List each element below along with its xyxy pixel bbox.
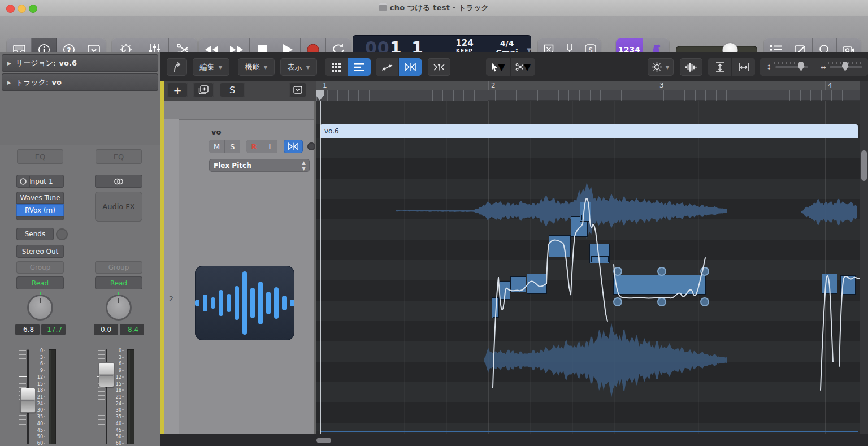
bar-line [657,81,657,90]
stereo-icon [114,178,124,185]
volume-fader-thumb[interactable] [99,362,114,387]
playhead-handle[interactable] [316,90,324,101]
automation-icon [381,63,393,71]
audio-fx-slot[interactable]: Audio FX [95,192,142,222]
vertical-auto-zoom-button[interactable] [708,58,732,76]
edit-menu[interactable]: 編集▼ [193,58,229,76]
volume-fader-thumb[interactable] [20,388,36,413]
command-tool-menu[interactable]: ▼ [511,58,535,76]
automation-mode-slot[interactable]: Read [95,276,142,289]
meter-scale-value: 9 [40,368,45,373]
zoom-slider-thumb[interactable] [842,62,849,71]
insert-slot-waves-tune[interactable]: Waves Tune [16,192,64,204]
chevron-down-icon: ▼ [264,64,268,70]
eq-slot[interactable]: EQ [17,149,63,164]
track-mute-button[interactable]: M [209,140,225,153]
pitch-curve[interactable] [546,198,607,321]
track-flex-button[interactable] [284,140,303,153]
duplicate-track-icon [198,85,209,94]
scissors-small-icon [515,63,524,71]
pitch-curve[interactable] [614,258,705,298]
meter-scale-value: 35 [37,414,45,419]
tool-menus: ▼ ▼ [486,58,535,76]
format-slot[interactable] [95,175,142,188]
track-solo-button[interactable]: S [225,140,240,153]
region-inspector-header[interactable]: ▶ リージョン:vo.6 [2,54,158,72]
zoom-slider-thumb[interactable] [798,62,805,71]
vertical-zoom-slider[interactable]: ↕ [760,58,814,76]
control-bar: ? [0,16,868,53]
master-solo-button[interactable]: S [220,83,245,97]
meter-scale-value: 60 [116,441,124,446]
meter-scale-value: 0 [119,348,124,353]
vertical-scrollbar[interactable] [860,81,868,434]
track-input-monitor-button[interactable]: I [262,140,277,153]
pitch-curve[interactable] [821,276,833,390]
pan-knob[interactable] [27,295,53,321]
region-bottom-edge [320,431,858,432]
chevron-down-icon: ▼ [306,64,310,70]
zoom-slider-track[interactable] [830,66,862,68]
peak-value[interactable]: -8.4 [120,324,144,335]
leftright-arrow-icon: ↔ [820,63,826,71]
waveform-bar [274,287,279,319]
grid-icon [332,63,341,72]
eq-slot[interactable]: EQ [96,149,142,164]
waveform-zoom-button[interactable] [680,58,702,76]
flex-mode-select[interactable]: Flex Pitch▲▼ [209,159,310,172]
group-slot[interactable]: Group [16,261,64,274]
marker-lane[interactable]: マーカー1 [316,90,860,101]
document-icon [379,3,387,11]
audio-track-icon[interactable] [195,266,294,340]
vertical-scrollbar-thumb[interactable] [861,150,867,181]
track-record-button[interactable]: R [246,140,262,153]
flex-button[interactable] [399,58,422,76]
add-track-button[interactable]: + [167,83,188,97]
pitch-curve[interactable] [493,277,546,388]
horizontal-scrollbar[interactable] [160,434,868,446]
disclosure-triangle-icon[interactable]: ▶ [7,60,11,66]
horizontal-scrollbar-thumb[interactable] [316,438,331,443]
meter-scale-value: 45 [37,427,45,432]
insert-slot-rvox[interactable]: RVox (m) [16,204,64,216]
automation-button[interactable] [376,58,399,76]
send-knob[interactable] [56,228,68,240]
zoom-slider-track[interactable] [775,66,808,68]
volume-value[interactable]: 0.0 [94,324,118,335]
grid-view-button[interactable] [325,58,348,76]
track-header-spacer [164,101,314,120]
volume-value[interactable]: -6.8 [15,324,40,335]
tracks-view-button[interactable] [348,58,371,76]
record-enable-dot[interactable] [307,142,315,150]
horizontal-zoom-slider[interactable]: ↔ [814,58,868,76]
catch-playhead-button[interactable] [428,58,450,76]
functions-menu[interactable]: 機能▼ [238,58,275,76]
snap-menu[interactable]: ▼ [648,58,674,76]
window-title: cho つける test - トラック [0,3,868,13]
duplicate-track-button[interactable] [193,83,214,97]
flex-bowtie-icon [288,142,299,150]
disclosure-triangle-icon[interactable]: ▶ [7,80,11,85]
waveform-zoom-icon [685,63,697,72]
view-menu[interactable]: 表示▼ [280,58,317,76]
insert-slot-empty[interactable] [16,216,64,220]
bar-line [320,81,320,90]
meter-scale-value: 30 [37,408,45,413]
horizontal-zoom-icon [739,63,749,72]
jump-back-button[interactable] [167,58,187,76]
pointer-tool-menu[interactable]: ▼ [486,58,511,76]
peak-value[interactable]: -17.7 [41,324,66,335]
pitch-curve[interactable] [839,276,860,366]
horizontal-auto-zoom-button[interactable] [732,58,755,76]
track-inspector-header[interactable]: ▶ トラック:vo [2,73,158,91]
flex-pitch-editor[interactable]: vo.6 [316,101,860,434]
automation-mode-slot[interactable]: Read [16,276,64,289]
output-slot[interactable]: Stereo Out [16,245,64,258]
track-header-options-button[interactable] [289,83,306,97]
pan-knob[interactable] [106,295,132,321]
sends-slot[interactable]: Sends [16,228,54,240]
group-slot[interactable]: Group [95,261,142,274]
playhead-line[interactable] [320,101,321,434]
bar-ruler[interactable]: 1234 マーカー1 [316,81,860,101]
track-name[interactable]: vo [211,128,221,136]
